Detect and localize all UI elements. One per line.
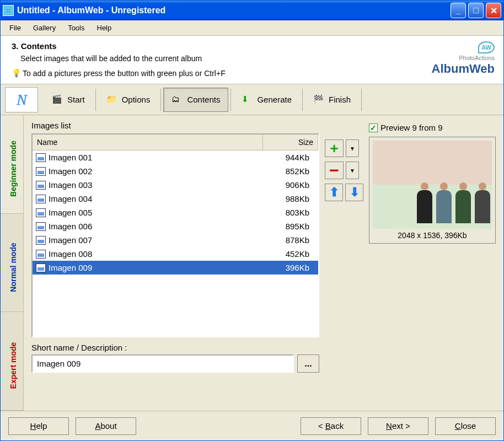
toolbar-contents-label: Contents: [187, 95, 220, 104]
preview-label: Preview 9 from 9: [380, 123, 443, 132]
images-listview[interactable]: Name Size Imagen 001944KbImagen 002852Kb…: [31, 133, 319, 337]
remove-image-button[interactable]: −: [325, 162, 344, 179]
toolbar-separator: [361, 89, 362, 111]
table-row[interactable]: Imagen 007878Kb: [33, 233, 318, 247]
move-up-button[interactable]: ⬆: [325, 184, 343, 201]
table-row[interactable]: Imagen 005803Kb: [33, 206, 318, 219]
preview-checkbox[interactable]: ✓: [369, 123, 378, 132]
list-controls: + ▼ − ▼ ⬆ ⬇: [325, 121, 363, 405]
shortname-input[interactable]: Imagen 009: [31, 354, 294, 373]
tab-normal-mode[interactable]: Normal mode: [1, 214, 23, 313]
brand-subtitle: PhotoActions: [459, 55, 495, 61]
arrow-down-green-icon: ⬇: [242, 94, 254, 105]
table-row[interactable]: Imagen 003906Kb: [33, 178, 318, 192]
menu-gallery[interactable]: Gallery: [28, 21, 61, 34]
brand-logo: AW PhotoActions AlbumWeb: [390, 41, 495, 78]
titlebar: ∷ Untitled - AlbumWeb - Unregistered _ □…: [1, 1, 503, 20]
step-description: Select images that will be added to the …: [20, 54, 390, 63]
menubar: File Gallery Tools Help: [1, 20, 503, 36]
app-icon: ∷: [3, 5, 14, 16]
tab-beginner-mode[interactable]: Beginner mode: [1, 115, 23, 214]
table-row[interactable]: Imagen 004988Kb: [33, 192, 318, 206]
preview-info: 2048 x 1536, 396Kb: [373, 229, 492, 240]
clapper-icon: 🎬: [52, 94, 64, 105]
maximize-button[interactable]: □: [468, 3, 484, 18]
table-row[interactable]: Imagen 002852Kb: [33, 164, 318, 178]
row-name: Imagen 007: [49, 235, 92, 245]
row-size: 396Kb: [260, 263, 315, 272]
toolbar-options-label: Options: [122, 95, 151, 104]
add-image-button[interactable]: +: [325, 139, 344, 157]
row-size: 988Kb: [260, 194, 315, 203]
table-row[interactable]: Imagen 009396Kb: [33, 261, 318, 275]
row-name: Imagen 008: [49, 249, 92, 259]
help-button[interactable]: Help: [8, 417, 69, 435]
plus-icon: +: [330, 140, 338, 157]
table-row[interactable]: Imagen 008452Kb: [33, 247, 318, 261]
toolbar-separator: [230, 89, 231, 111]
row-size: 803Kb: [260, 208, 315, 217]
brand-title: AlbumWeb: [432, 62, 495, 76]
row-size: 906Kb: [260, 180, 315, 190]
list-header: Name Size: [33, 135, 318, 150]
toolbar-separator: [95, 89, 96, 111]
app-logo-icon[interactable]: N: [5, 87, 38, 112]
table-row[interactable]: Imagen 001944Kb: [33, 150, 318, 164]
toolbar-finish-label: Finish: [329, 95, 351, 104]
menu-file[interactable]: File: [4, 21, 26, 34]
row-size: 895Kb: [260, 222, 315, 231]
about-button[interactable]: About: [76, 417, 136, 435]
add-image-dropdown[interactable]: ▼: [346, 139, 359, 157]
column-name[interactable]: Name: [33, 135, 263, 150]
arrow-up-icon: ⬆: [329, 185, 339, 200]
next-button[interactable]: Next >: [368, 417, 428, 435]
image-file-icon: [36, 195, 46, 203]
toolbar-generate[interactable]: ⬇ Generate: [233, 88, 300, 112]
menu-help[interactable]: Help: [92, 21, 117, 34]
minimize-button[interactable]: _: [451, 3, 466, 18]
toolbar-contents[interactable]: 🗂 Contents: [163, 88, 228, 112]
row-size: 452Kb: [260, 249, 315, 259]
folder-icon: 📁: [106, 94, 119, 105]
shortname-browse-button[interactable]: ...: [297, 354, 319, 373]
menu-tools[interactable]: Tools: [62, 21, 90, 34]
image-file-icon: [36, 250, 46, 259]
image-file-icon: [36, 263, 46, 272]
toolbar-finish[interactable]: 🏁 Finish: [305, 88, 359, 112]
row-size: 878Kb: [260, 235, 315, 245]
tab-expert-mode[interactable]: Expert mode: [1, 312, 23, 411]
preview-image: [373, 141, 492, 229]
main-content: Beginner mode Normal mode Expert mode Im…: [1, 115, 503, 411]
table-row[interactable]: Imagen 006895Kb: [33, 219, 318, 233]
move-down-button[interactable]: ⬇: [345, 184, 363, 201]
row-name: Imagen 006: [49, 222, 92, 231]
row-name: Imagen 005: [49, 208, 92, 217]
footer-bar: Help About < Back Next > Close: [1, 411, 503, 440]
toolbar-start[interactable]: 🎬 Start: [44, 88, 93, 112]
window-title: Untitled - AlbumWeb - Unregistered: [17, 6, 451, 15]
close-window-button[interactable]: ✕: [486, 3, 501, 18]
toolbar-start-label: Start: [67, 95, 85, 104]
flag-icon: 🏁: [313, 94, 325, 105]
image-file-icon: [36, 236, 46, 245]
back-button[interactable]: < Back: [301, 417, 361, 435]
toolbar-options[interactable]: 📁 Options: [98, 88, 159, 112]
close-button[interactable]: Close: [435, 417, 496, 435]
shortname-label: Short name / Description :: [31, 343, 319, 352]
column-size[interactable]: Size: [263, 135, 318, 150]
app-window: ∷ Untitled - AlbumWeb - Unregistered _ □…: [0, 0, 504, 441]
preview-checkbox-row[interactable]: ✓ Preview 9 from 9: [369, 123, 496, 132]
mode-tabs: Beginner mode Normal mode Expert mode: [1, 115, 24, 411]
row-name: Imagen 009: [49, 263, 92, 272]
help-label: elp: [36, 421, 47, 431]
remove-image-dropdown[interactable]: ▼: [346, 162, 359, 179]
image-file-icon: [36, 181, 46, 190]
tip-text: To add a pictures press the button with …: [23, 69, 226, 78]
row-name: Imagen 004: [49, 194, 92, 203]
content-pane: Images list Name Size Imagen 001944KbIma…: [24, 115, 503, 411]
image-file-icon: [36, 222, 46, 231]
preview-frame: 2048 x 1536, 396Kb: [369, 137, 496, 244]
preview-panel: ✓ Preview 9 from 9 2048 x 1536, 396Kb: [369, 121, 496, 405]
toolbar-separator: [160, 89, 161, 111]
step-title: 3. Contents: [12, 41, 390, 51]
